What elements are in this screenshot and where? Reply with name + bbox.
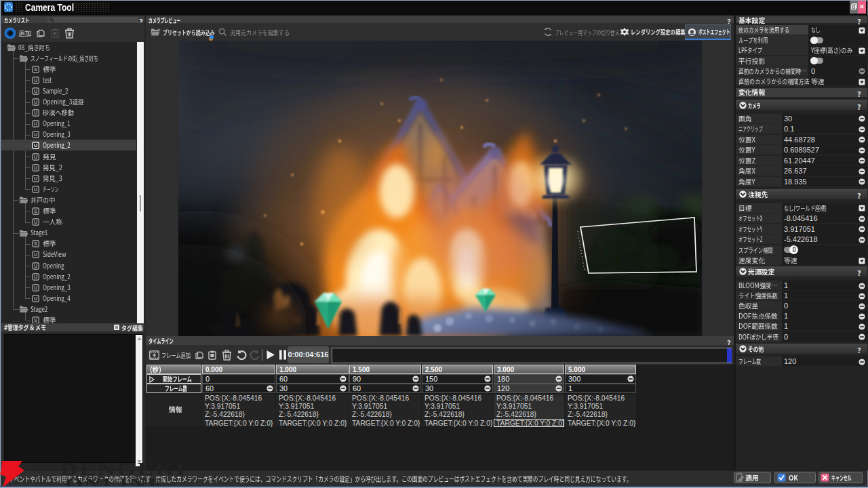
svg-text:U: U bbox=[34, 296, 37, 302]
svg-text:U: U bbox=[34, 274, 37, 280]
svg-text:U: U bbox=[34, 77, 37, 83]
svg-text:U: U bbox=[34, 263, 37, 269]
svg-text:U: U bbox=[34, 154, 37, 160]
svg-text:U: U bbox=[34, 285, 37, 291]
svg-text:U: U bbox=[34, 131, 37, 138]
svg-text:U: U bbox=[34, 110, 37, 116]
svg-text:U: U bbox=[34, 252, 37, 258]
svg-text:U: U bbox=[34, 165, 37, 171]
svg-text:U: U bbox=[34, 143, 37, 149]
svg-text:U: U bbox=[34, 176, 37, 182]
svg-text:U: U bbox=[34, 219, 37, 225]
svg-text:U: U bbox=[34, 186, 37, 192]
svg-text:U: U bbox=[34, 121, 37, 127]
svg-text:U: U bbox=[34, 88, 37, 94]
svg-text:U: U bbox=[34, 99, 37, 105]
svg-text:S: S bbox=[34, 241, 37, 247]
svg-text:S: S bbox=[34, 208, 37, 214]
svg-text:S: S bbox=[34, 66, 37, 73]
